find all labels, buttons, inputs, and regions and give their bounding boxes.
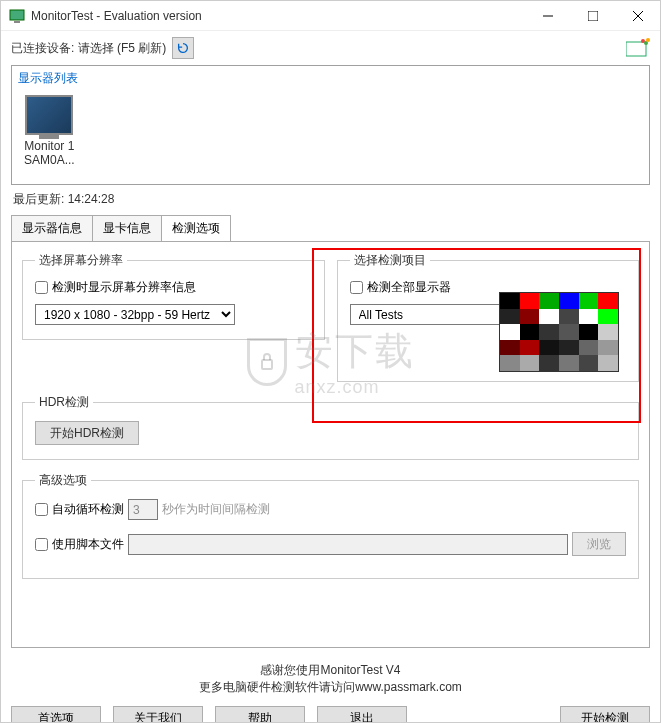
tests-legend: 选择检测项目 — [350, 252, 430, 269]
bottom-bar: 首选项 关于我们 帮助 退出 开始检测 — [1, 700, 660, 723]
preferences-button[interactable]: 首选项 — [11, 706, 101, 723]
script-path-input — [128, 534, 568, 555]
test-pattern-preview — [499, 292, 619, 372]
resolution-group: 选择屏幕分辨率 检测时显示屏幕分辨率信息 1920 x 1080 - 32bpp… — [22, 252, 325, 340]
help-button[interactable]: 帮助 — [215, 706, 305, 723]
monitor-label-line1: Monitor 1 — [24, 139, 74, 153]
start-hdr-button[interactable]: 开始HDR检测 — [35, 421, 139, 445]
hdr-legend: HDR检测 — [35, 394, 93, 411]
all-monitors-label: 检测全部显示器 — [367, 279, 451, 296]
tests-group: 选择检测项目 检测全部显示器 All Tests — [337, 252, 640, 382]
monitor-label-line2: SAM0A... — [24, 153, 75, 167]
advanced-group: 高级选项 自动循环检测 秒作为时间间隔检测 使用脚本文件 浏览 — [22, 472, 639, 579]
brand-logo-icon — [626, 38, 650, 58]
svg-point-9 — [646, 38, 650, 42]
device-row: 已连接设备: 请选择 (F5 刷新) — [1, 31, 660, 65]
show-res-checkbox[interactable] — [35, 281, 48, 294]
autoloop-seconds-input — [128, 499, 158, 520]
svg-rect-6 — [626, 42, 646, 56]
tab-content: 选择屏幕分辨率 检测时显示屏幕分辨率信息 1920 x 1080 - 32bpp… — [11, 241, 650, 648]
monitor-icon — [25, 95, 73, 135]
advanced-legend: 高级选项 — [35, 472, 91, 489]
exit-button[interactable]: 退出 — [317, 706, 407, 723]
script-checkbox[interactable] — [35, 538, 48, 551]
maximize-button[interactable] — [570, 1, 615, 31]
window-title: MonitorTest - Evaluation version — [31, 9, 525, 23]
footer-line2: 更多电脑硬件检测软件请访问www.passmark.com — [1, 679, 660, 696]
show-res-label: 检测时显示屏幕分辨率信息 — [52, 279, 196, 296]
close-button[interactable] — [615, 1, 660, 31]
svg-rect-0 — [10, 10, 24, 20]
refresh-button[interactable] — [172, 37, 194, 59]
resolution-select[interactable]: 1920 x 1080 - 32bpp - 59 Hertz — [35, 304, 235, 325]
tab-test-options[interactable]: 检测选项 — [161, 215, 231, 241]
app-icon — [9, 8, 25, 24]
svg-rect-1 — [14, 21, 20, 23]
minimize-button[interactable] — [525, 1, 570, 31]
titlebar: MonitorTest - Evaluation version — [1, 1, 660, 31]
svg-rect-3 — [588, 11, 598, 21]
footer-text: 感谢您使用MonitorTest V4 更多电脑硬件检测软件请访问www.pas… — [1, 654, 660, 700]
device-label: 已连接设备: 请选择 (F5 刷新) — [11, 40, 166, 57]
tab-monitor-info[interactable]: 显示器信息 — [11, 215, 93, 241]
autoloop-checkbox[interactable] — [35, 503, 48, 516]
tabs: 显示器信息 显卡信息 检测选项 — [11, 214, 650, 241]
hdr-group: HDR检测 开始HDR检测 — [22, 394, 639, 460]
last-update-label: 最后更新: 14:24:28 — [1, 185, 660, 214]
footer-line1: 感谢您使用MonitorTest V4 — [1, 662, 660, 679]
start-test-button[interactable]: 开始检测 — [560, 706, 650, 723]
monitor-list-panel: 显示器列表 Monitor 1 SAM0A... — [11, 65, 650, 185]
monitor-item[interactable]: Monitor 1 SAM0A... — [16, 91, 83, 172]
autoloop-label: 自动循环检测 — [52, 501, 124, 518]
all-monitors-checkbox[interactable] — [350, 281, 363, 294]
about-button[interactable]: 关于我们 — [113, 706, 203, 723]
script-label: 使用脚本文件 — [52, 536, 124, 553]
resolution-legend: 选择屏幕分辨率 — [35, 252, 127, 269]
autoloop-hint: 秒作为时间间隔检测 — [162, 501, 270, 518]
browse-button[interactable]: 浏览 — [572, 532, 626, 556]
tab-gpu-info[interactable]: 显卡信息 — [92, 215, 162, 241]
monitor-list-title: 显示器列表 — [14, 68, 647, 89]
